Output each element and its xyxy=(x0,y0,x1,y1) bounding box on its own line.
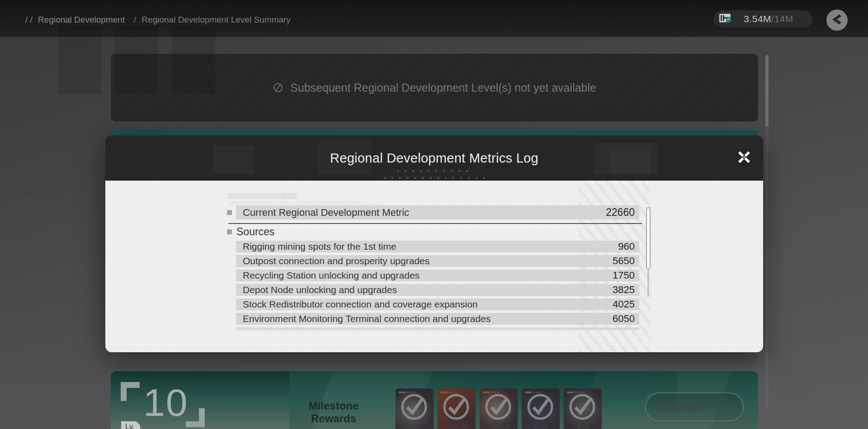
claimed-button[interactable]: Claimed xyxy=(645,392,744,421)
reward-tile[interactable]: 200 xyxy=(438,388,476,429)
source-row: Recycling Station unlocking and upgrades… xyxy=(236,270,639,281)
source-row: Rigging mining spots for the 1st time 96… xyxy=(236,241,639,252)
resource-chip-icon xyxy=(718,13,732,25)
breadcrumb-item-level-summary: Regional Development Level Summary xyxy=(142,15,291,25)
modal-scrollbar-track[interactable] xyxy=(647,270,649,297)
partial-row-cutoff xyxy=(236,327,639,330)
claimed-check-icon xyxy=(484,392,513,423)
modal-body: Current Regional Development Metric 2266… xyxy=(105,181,763,352)
reward-quantity: 15 xyxy=(564,422,602,429)
metrics-log-modal: Regional Development Metrics Log xyxy=(105,135,763,352)
source-row: Environment Monitoring Terminal connecti… xyxy=(236,313,639,325)
body-watermark-line xyxy=(228,204,380,205)
bullet-square-icon xyxy=(227,229,232,234)
title-dots-decor xyxy=(397,170,472,172)
source-label: Environment Monitoring Terminal connecti… xyxy=(243,313,491,324)
reward-quantity: 1 xyxy=(396,422,434,429)
source-value: 960 xyxy=(618,241,635,252)
reward-quantity: 30K xyxy=(480,422,518,429)
claimed-button-label: Claimed xyxy=(657,400,705,414)
claimed-check-icon xyxy=(714,397,731,417)
page-divider xyxy=(763,371,868,372)
claimed-check-icon xyxy=(400,392,429,423)
unavailable-icon xyxy=(273,82,283,93)
source-label: Depot Node unlocking and upgrades xyxy=(243,284,397,295)
body-watermark-line xyxy=(228,202,364,203)
source-label: Recycling Station unlocking and upgrades xyxy=(243,270,420,281)
level-card-bottom-edge xyxy=(111,351,758,364)
level-bracket-decor xyxy=(186,408,205,427)
source-value: 5650 xyxy=(613,255,635,267)
bullet-square-icon xyxy=(227,210,232,215)
level-bracket-decor xyxy=(121,382,140,401)
current-metric-value: 22660 xyxy=(606,206,635,219)
title-dots-decor xyxy=(383,177,485,179)
current-metric-row: Current Regional Development Metric 2266… xyxy=(236,205,639,219)
source-row: Outpost connection and prosperity upgrad… xyxy=(236,255,639,267)
banner-text: Subsequent Regional Development Level(s)… xyxy=(290,81,596,94)
currency-max: /14M xyxy=(771,14,793,24)
reward-tiles: 1 200 30K xyxy=(396,388,602,429)
source-row: Depot Node unlocking and upgrades 3825 xyxy=(236,284,639,296)
source-value: 1750 xyxy=(613,270,635,281)
currency-amount: 3.54M/14M xyxy=(732,14,805,24)
breadcrumb-item-regional-development[interactable]: Regional Development xyxy=(38,15,125,25)
breadcrumb: / / Regional Development / Regional Deve… xyxy=(25,15,291,25)
current-metric-label: Current Regional Development Metric xyxy=(243,207,409,219)
modal-title: Regional Development Metrics Log xyxy=(105,151,763,166)
milestone-rewards-title: Milestone Rewards xyxy=(286,400,381,425)
source-label: Rigging mining spots for the 1st time xyxy=(243,241,396,252)
page-scrollbar-thumb[interactable] xyxy=(765,55,769,126)
source-label: Stock Redistributor connection and cover… xyxy=(243,299,477,310)
source-value: 6050 xyxy=(613,313,635,325)
page-scrollbar[interactable] xyxy=(765,55,769,407)
reward-tile[interactable]: 40 xyxy=(522,388,560,429)
body-watermark-chip xyxy=(228,193,297,199)
page-divider xyxy=(0,378,111,379)
back-button[interactable] xyxy=(826,9,848,31)
close-button[interactable] xyxy=(733,147,755,169)
close-icon xyxy=(735,148,753,168)
claimed-check-icon xyxy=(442,392,471,423)
page-divider xyxy=(0,192,105,192)
level-number: 10 xyxy=(143,383,189,422)
source-label: Outpost connection and prosperity upgrad… xyxy=(243,256,429,266)
game-screen: ▲▲ / / Regional Development / Regional D… xyxy=(0,0,868,429)
source-value: 3825 xyxy=(613,284,635,296)
top-bar: ▲▲ / / Regional Development / Regional D… xyxy=(0,0,868,37)
currency-value: 3.54M xyxy=(744,14,771,24)
breadcrumb-separator: / xyxy=(134,15,136,25)
reward-tile[interactable]: 15 xyxy=(564,388,602,429)
reward-quantity: 40 xyxy=(522,422,560,429)
reward-tile[interactable]: 30K xyxy=(480,388,518,429)
modal-header: Regional Development Metrics Log xyxy=(105,135,763,181)
claimed-check-icon xyxy=(526,392,555,423)
reward-quantity: 200 xyxy=(438,422,476,429)
milestone-rewards-card: 10 Lv. Milestone Rewards 1 200 xyxy=(111,371,758,429)
reward-tile[interactable]: 1 xyxy=(396,388,434,429)
source-row: Stock Redistributor connection and cover… xyxy=(236,298,639,310)
breadcrumb-prefix: / / xyxy=(25,15,33,25)
claimed-check-icon xyxy=(568,392,597,423)
currency-display[interactable]: 3.54M/14M xyxy=(713,10,812,28)
source-value: 4025 xyxy=(613,298,635,310)
back-arrow-icon xyxy=(831,13,844,28)
sources-heading: Sources xyxy=(236,226,274,238)
next-level-unavailable-banner: Subsequent Regional Development Level(s)… xyxy=(111,54,758,121)
modal-scrollbar-thumb[interactable] xyxy=(646,207,651,270)
sources-list: Rigging mining spots for the 1st time 96… xyxy=(236,241,639,325)
section-divider xyxy=(228,223,642,224)
